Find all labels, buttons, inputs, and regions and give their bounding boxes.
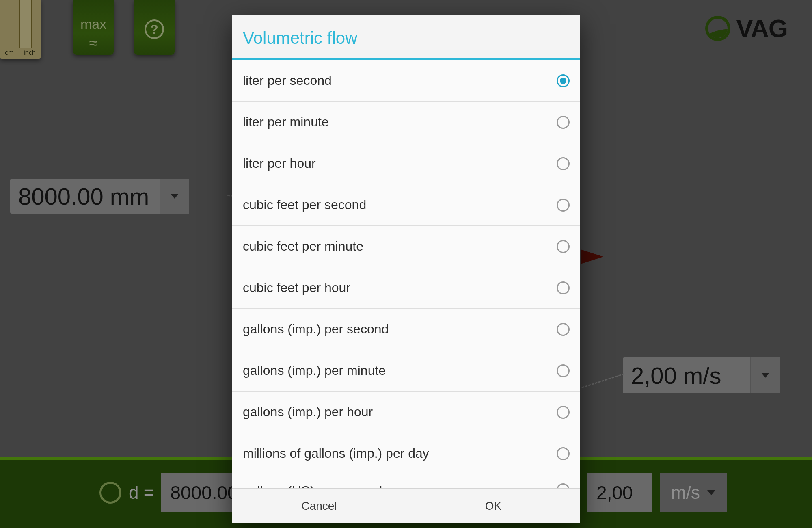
- diameter-input-row: d = 8000.00: [99, 473, 247, 512]
- option-label: cubic feet per second: [243, 197, 366, 212]
- max-label: max: [80, 16, 106, 32]
- flow-arrow-icon: [581, 249, 603, 264]
- option-label: liter per second: [243, 73, 332, 88]
- velocity-field[interactable]: 2,00 m/s: [623, 357, 780, 393]
- v-unit-dropdown[interactable]: m/s: [660, 473, 727, 512]
- option-label: liter per minute: [243, 115, 329, 130]
- option-label: gallons (imp.) per second: [243, 322, 389, 337]
- option-row[interactable]: gallons (US) per second: [232, 474, 580, 488]
- radio-icon[interactable]: [557, 116, 570, 129]
- option-label: gallons (imp.) per hour: [243, 405, 373, 420]
- help-icon: ?: [145, 19, 164, 39]
- dialog-title: Volumetric flow: [232, 15, 580, 60]
- logo-text: VAG: [736, 14, 788, 43]
- option-row[interactable]: liter per second: [232, 60, 580, 102]
- ruler-inch-label: inch: [24, 49, 35, 56]
- ruler-cm-label: cm: [5, 49, 13, 56]
- max-ribbon[interactable]: max ≈: [73, 0, 114, 55]
- radio-icon[interactable]: [557, 364, 570, 377]
- radio-icon[interactable]: [557, 483, 570, 488]
- option-row[interactable]: liter per hour: [232, 143, 580, 184]
- radio-icon[interactable]: [557, 447, 570, 460]
- option-label: gallons (imp.) per minute: [243, 363, 386, 378]
- ruler-labels: cm inch: [0, 49, 41, 56]
- option-label: cubic feet per hour: [243, 280, 350, 295]
- chevron-down-icon: [171, 194, 179, 199]
- velocity-unit-dropdown[interactable]: [750, 357, 780, 393]
- logo-icon: [705, 16, 730, 41]
- option-row[interactable]: cubic feet per hour: [232, 267, 580, 309]
- option-label: millions of gallons (imp.) per day: [243, 446, 429, 461]
- option-row[interactable]: gallons (imp.) per minute: [232, 350, 580, 392]
- radio-icon[interactable]: [557, 323, 570, 336]
- radio-icon[interactable]: [557, 157, 570, 170]
- option-row[interactable]: liter per minute: [232, 102, 580, 143]
- ruler-icon: [19, 0, 32, 48]
- diameter-unit-dropdown[interactable]: [160, 179, 189, 214]
- diameter-field[interactable]: 8000.00 mm: [10, 179, 189, 214]
- velocity-input-row: 2,00 m/s: [587, 473, 727, 512]
- option-row[interactable]: millions of gallons (imp.) per day: [232, 433, 580, 474]
- option-row[interactable]: gallons (imp.) per second: [232, 309, 580, 350]
- option-label: cubic feet per minute: [243, 239, 363, 254]
- ruler-ribbon[interactable]: cm inch: [0, 0, 41, 59]
- radio-icon[interactable]: [557, 406, 570, 419]
- velocity-value: 2,00 m/s: [631, 362, 721, 389]
- radio-icon[interactable]: [557, 74, 570, 87]
- option-row[interactable]: cubic feet per second: [232, 184, 580, 226]
- param-select-d[interactable]: [99, 482, 121, 504]
- cancel-button[interactable]: Cancel: [232, 489, 406, 523]
- option-row[interactable]: cubic feet per minute: [232, 226, 580, 267]
- chevron-down-icon: [707, 490, 715, 495]
- option-row[interactable]: gallons (imp.) per hour: [232, 392, 580, 433]
- chevron-down-icon: [761, 373, 769, 378]
- v-input[interactable]: 2,00: [587, 473, 652, 512]
- help-ribbon[interactable]: ?: [134, 0, 175, 55]
- diameter-value: 8000.00 mm: [18, 183, 149, 210]
- dialog-buttons: Cancel OK: [232, 488, 580, 523]
- option-label: liter per hour: [243, 156, 316, 171]
- d-prefix: d =: [129, 483, 154, 503]
- options-list[interactable]: liter per secondliter per minuteliter pe…: [232, 60, 580, 488]
- option-label: gallons (US) per second: [243, 483, 382, 488]
- radio-icon[interactable]: [557, 281, 570, 294]
- volumetric-flow-dialog: Volumetric flow liter per secondliter pe…: [232, 15, 580, 523]
- radio-icon[interactable]: [557, 240, 570, 253]
- ok-button[interactable]: OK: [406, 489, 580, 523]
- brand-logo: VAG: [705, 14, 788, 43]
- radio-icon[interactable]: [557, 199, 570, 212]
- wave-icon: ≈: [89, 35, 98, 52]
